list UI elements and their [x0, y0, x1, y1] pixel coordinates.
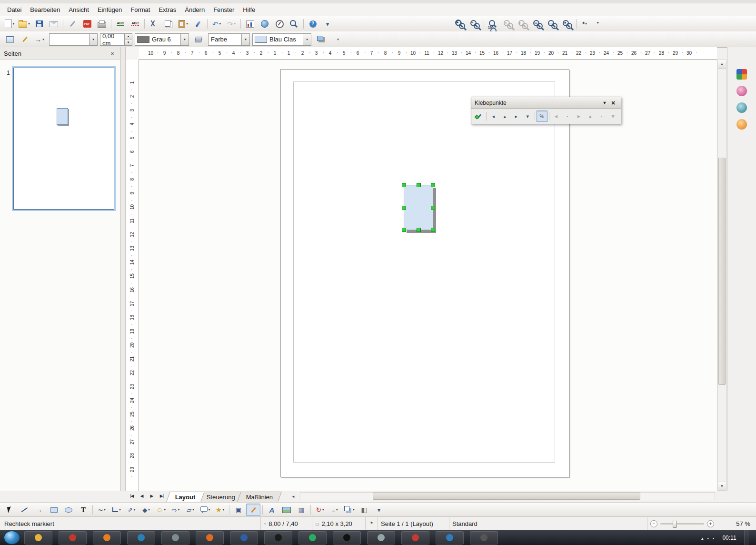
symbol-shapes-tool[interactable]: ☺▾ [154, 504, 168, 516]
selection-handle[interactable] [431, 228, 435, 232]
menu-einfügen[interactable]: Einfügen [93, 4, 126, 15]
arrow-tool[interactable]: → [32, 504, 46, 516]
sidebar-navigator-icon[interactable] [736, 102, 747, 113]
sidebar-gallery-icon[interactable] [736, 69, 747, 80]
paste-button[interactable]: ▾ [176, 18, 190, 30]
ellipse-tool[interactable] [61, 504, 76, 516]
zoom-in-button[interactable]: + [453, 18, 467, 30]
taskbar-app-7[interactable] [230, 531, 258, 545]
line-style-select[interactable]: ▾ [49, 33, 98, 46]
zoom-page-button[interactable]: ▭ [530, 18, 545, 30]
shadow-button[interactable] [314, 33, 328, 46]
exit-direction-right-button[interactable]: ▸ [511, 111, 522, 122]
tray-icon-2[interactable]: ▪ [713, 534, 714, 541]
zoom-100-button[interactable]: 100 [486, 18, 500, 30]
zoom-slider[interactable] [660, 523, 704, 525]
zoom-in-control[interactable]: + [707, 520, 714, 527]
gluepoints-menu-button[interactable]: ▼ [600, 99, 609, 107]
selected-rectangle[interactable] [404, 185, 433, 230]
vertical-ruler[interactable]: 1234567891011121314151617181920212223242… [126, 60, 139, 491]
standard-more-button[interactable]: ▾ [320, 18, 335, 30]
zoom-percentage[interactable]: 57 % [728, 517, 756, 531]
exit-direction-top-button[interactable]: ▴ [499, 111, 510, 122]
arrowheads-button[interactable]: →▾ [32, 33, 47, 46]
menu-bearbeiten[interactable]: Bearbeiten [26, 4, 64, 15]
menu-extras[interactable]: Extras [154, 4, 180, 15]
horizontal-scrollbar-thumb[interactable] [373, 493, 640, 500]
zoom-out-control[interactable]: − [650, 520, 657, 527]
clone-formatting-button[interactable] [191, 18, 205, 30]
tab-scroll-left-button[interactable]: ◂ [289, 493, 297, 500]
menu-datei[interactable]: Datei [3, 4, 26, 15]
fontwork-button[interactable]: A [265, 504, 279, 516]
print-button[interactable] [95, 18, 109, 30]
connector-tool[interactable]: ▾ [109, 504, 124, 516]
menu-fenster[interactable]: Fenster [209, 4, 239, 15]
taskbar-app-4[interactable] [127, 531, 155, 545]
taskbar-app-1[interactable] [24, 531, 52, 545]
extrusion-button[interactable]: ◧ [357, 504, 371, 516]
shape-fill[interactable] [404, 185, 433, 230]
scroll-down-icon[interactable]: ▼ [718, 482, 726, 490]
line-width-input[interactable]: 0,00 cm ▲ ▼ [100, 33, 132, 46]
taskbar-clock[interactable]: 00:11 [718, 535, 740, 541]
email-button[interactable] [47, 18, 61, 30]
start-button[interactable] [4, 531, 20, 545]
zoombar-more-button[interactable]: ▾ [593, 18, 607, 30]
rotate-button[interactable]: ↻▾ [313, 504, 327, 516]
stars-tool[interactable]: ★▾ [213, 504, 227, 516]
taskbar-app-3[interactable] [93, 531, 121, 545]
glue-point-relative-button[interactable]: % [537, 111, 547, 122]
alignment-button[interactable]: ≡▾ [328, 504, 342, 516]
cut-button[interactable] [147, 18, 161, 30]
drawbar-more-button[interactable]: ▾ [372, 504, 386, 516]
zoom-page-width-button[interactable]: ↔ [545, 18, 559, 30]
tray-icon-1[interactable]: ▪ [707, 534, 709, 541]
chevron-down-icon[interactable]: ▾ [180, 34, 189, 45]
basic-shapes-tool[interactable]: ◆▾ [139, 504, 153, 516]
canvas[interactable]: Klebepunkte ▼ × ◂▴▸▾%◄▪►▲▪▼ [139, 60, 717, 491]
rectangle-tool[interactable] [47, 504, 61, 516]
exit-direction-left-button[interactable]: ◂ [488, 111, 499, 122]
edit-file-button[interactable] [65, 18, 80, 30]
pages-panel-close-button[interactable]: × [109, 50, 116, 57]
taskbar-app-2[interactable] [59, 531, 87, 545]
block-arrows-tool[interactable]: ⇨▾ [169, 504, 183, 516]
first-page-button[interactable]: |◀ [127, 492, 137, 501]
select-tool[interactable] [2, 504, 17, 516]
export-pdf-button[interactable]: PDF [80, 18, 94, 30]
selection-handle[interactable] [431, 206, 435, 210]
chevron-down-icon[interactable]: ▾ [89, 34, 97, 45]
line-color-select[interactable]: Grau 6 ▾ [135, 33, 189, 46]
glue-horizontal-right-button[interactable]: ► [573, 111, 584, 122]
selection-handle[interactable] [402, 228, 406, 232]
sidebar-styles-icon[interactable] [736, 86, 747, 96]
tab-maßlinien[interactable]: Maßlinien [237, 492, 282, 502]
callouts-tool[interactable]: ▾ [198, 504, 212, 516]
gallery-button[interactable]: ▦ [294, 504, 308, 516]
hyperlink-button[interactable] [258, 18, 272, 30]
glue-horizontal-center-button[interactable]: ▪ [562, 111, 573, 122]
gluepoints-toolbar-titlebar[interactable]: Klebepunkte ▼ × [471, 97, 621, 109]
selection-handle[interactable] [417, 183, 421, 187]
tray-expand-icon[interactable]: ▴ [701, 534, 704, 541]
copy-button[interactable] [161, 18, 176, 30]
zoom-previous-button[interactable]: ◂ [501, 18, 515, 30]
chart-button[interactable] [243, 18, 257, 30]
menu-format[interactable]: Format [126, 4, 154, 15]
tab-steuerung[interactable]: Steuerung [198, 492, 244, 502]
menu-ansicht[interactable]: Ansicht [64, 4, 93, 15]
document-page[interactable] [280, 69, 569, 477]
find-replace-button[interactable] [287, 18, 301, 30]
menu-hilfe[interactable]: Hilfe [239, 4, 259, 15]
spin-down-icon[interactable]: ▼ [125, 40, 132, 45]
glue-horizontal-left-button[interactable]: ◄ [551, 111, 562, 122]
zoom-slider-thumb[interactable] [673, 521, 677, 528]
next-page-button[interactable]: ▶ [147, 492, 157, 501]
pan-button[interactable]: ◈▾ [578, 18, 593, 30]
taskbar-app-10[interactable] [333, 531, 361, 545]
selection-handle[interactable] [417, 228, 421, 232]
help-button[interactable]: ? [306, 18, 320, 30]
vertical-scrollbar-thumb[interactable] [718, 158, 726, 385]
zoom-out-button[interactable]: − [468, 18, 482, 30]
